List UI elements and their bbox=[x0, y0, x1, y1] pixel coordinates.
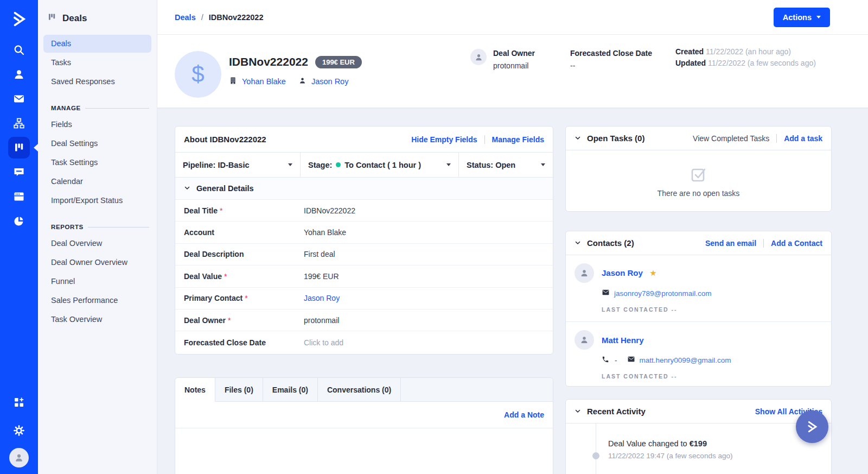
apps-add-icon[interactable] bbox=[8, 391, 30, 413]
field-row-deal-owner: Deal Owner* protonmail bbox=[175, 309, 553, 331]
deal-account-link[interactable]: Yohan Blake bbox=[242, 77, 286, 86]
view-completed-tasks-link[interactable]: View Completed Tasks bbox=[693, 134, 769, 143]
description-value[interactable]: First deal bbox=[304, 250, 335, 258]
sidebar-item-task-overview[interactable]: Task Overview bbox=[43, 311, 151, 328]
hide-empty-fields-link[interactable]: Hide Empty Fields bbox=[411, 135, 477, 144]
notes-tab-strip: Notes Files (0) Emails (0) Conversations… bbox=[175, 378, 553, 402]
caret-down-icon bbox=[541, 163, 545, 166]
caret-down-icon bbox=[446, 163, 451, 166]
primary-contact-value-link[interactable]: Jason Roy bbox=[304, 294, 340, 302]
sidebar-item-import-export[interactable]: Import/Export Status bbox=[43, 192, 151, 210]
send-email-link[interactable]: Send an email bbox=[705, 239, 756, 248]
required-marker: * bbox=[224, 272, 227, 281]
caret-down-icon bbox=[816, 16, 821, 18]
chevron-down-icon bbox=[184, 184, 190, 193]
settings-gear-icon[interactable] bbox=[8, 420, 30, 441]
deal-owner-field-value[interactable]: protonmail bbox=[304, 316, 339, 325]
deals-sidebar: Deals Deals Tasks Saved Responses MANAGE… bbox=[38, 0, 157, 474]
deal-currency-avatar: $ bbox=[175, 51, 221, 98]
notes-card: Notes Files (0) Emails (0) Conversations… bbox=[175, 377, 553, 474]
double-chevron-right-icon bbox=[805, 419, 820, 434]
activity-timeline: Deal Value changed to €199 11/22/2022 19… bbox=[566, 424, 831, 474]
about-deal-card: About IDBNov222022 Hide Empty Fields Man… bbox=[175, 126, 553, 355]
chevron-down-icon[interactable] bbox=[575, 407, 581, 416]
last-contacted: LAST CONTACTED -- bbox=[602, 306, 822, 313]
contacts-icon[interactable] bbox=[8, 64, 30, 85]
required-marker: * bbox=[220, 206, 222, 215]
tab-conversations[interactable]: Conversations (0) bbox=[318, 378, 401, 401]
contact-email-link[interactable]: matt.henry0099@gmail.com bbox=[640, 356, 731, 364]
account-value[interactable]: Yohan Blake bbox=[304, 228, 346, 237]
sidebar-item-saved-responses[interactable]: Saved Responses bbox=[43, 73, 151, 91]
building-icon bbox=[229, 77, 237, 86]
add-contact-link[interactable]: Add a Contact bbox=[771, 239, 822, 248]
deal-primary-contact-link[interactable]: Jason Roy bbox=[311, 77, 349, 86]
tab-files[interactable]: Files (0) bbox=[215, 378, 263, 401]
contact-item-jason-roy: Jason Roy ★ jasonroy789@protonmail.com L… bbox=[566, 255, 831, 322]
sidebar-item-tasks[interactable]: Tasks bbox=[43, 54, 151, 72]
app-rail bbox=[0, 0, 38, 474]
field-row-deal-value: Deal Value* 199€ EUR bbox=[175, 266, 553, 287]
email-icon bbox=[602, 288, 610, 298]
campaigns-email-icon[interactable] bbox=[8, 88, 30, 110]
breadcrumb-deals-link[interactable]: Deals bbox=[175, 13, 196, 22]
sidebar-item-calendar[interactable]: Calendar bbox=[43, 173, 151, 191]
sidebar-item-deals[interactable]: Deals bbox=[43, 35, 151, 53]
last-contacted: LAST CONTACTED -- bbox=[602, 373, 822, 380]
manage-fields-link[interactable]: Manage Fields bbox=[492, 135, 544, 144]
breadcrumb-current: IDBNov222022 bbox=[209, 13, 264, 22]
add-note-link[interactable]: Add a Note bbox=[504, 410, 544, 419]
add-note-row: Add a Note bbox=[175, 402, 553, 428]
field-row-primary-contact: Primary Contact* Jason Roy bbox=[175, 288, 553, 309]
recent-activity-title: Recent Activity bbox=[587, 407, 646, 416]
sidebar-item-task-settings[interactable]: Task Settings bbox=[43, 154, 151, 172]
sidebar-item-deal-overview[interactable]: Deal Overview bbox=[43, 235, 151, 252]
sidebar-item-fields[interactable]: Fields bbox=[43, 116, 151, 134]
reports-pie-icon[interactable] bbox=[8, 210, 30, 232]
deal-header: $ IDBNov222022 199€ EUR bbox=[157, 35, 868, 108]
chevron-down-icon[interactable] bbox=[575, 134, 581, 143]
activity-timestamp: 11/22/2022 19:47 (a few seconds ago) bbox=[608, 452, 732, 460]
contact-name-link[interactable]: Matt Henry bbox=[602, 336, 644, 345]
sidebar-item-sales-performance[interactable]: Sales Performance bbox=[43, 292, 151, 309]
phone-icon bbox=[602, 356, 609, 365]
field-row-forecasted-close: Forecasted Close Date Click to add bbox=[175, 331, 553, 353]
created-label: Created bbox=[675, 47, 704, 56]
conversations-icon[interactable] bbox=[8, 161, 30, 183]
activity-value: €199 bbox=[690, 439, 707, 448]
add-task-link[interactable]: Add a task bbox=[784, 134, 822, 143]
tab-notes[interactable]: Notes bbox=[175, 378, 215, 402]
sidebar-item-deal-owner-overview[interactable]: Deal Owner Overview bbox=[43, 254, 151, 271]
status-dropdown[interactable]: Status: Open bbox=[459, 153, 553, 177]
about-card-title: About IDBNov222022 bbox=[184, 135, 266, 144]
content-area: About IDBNov222022 Hide Empty Fields Man… bbox=[157, 108, 868, 474]
no-open-tasks-text: There are no open tasks bbox=[658, 189, 740, 198]
forecast-label: Forecasted Close Date bbox=[570, 49, 652, 58]
main-area: Deals / IDBNov222022 Actions $ IDBNov222… bbox=[157, 0, 868, 474]
search-icon[interactable] bbox=[8, 39, 30, 61]
sidebar-item-deal-settings[interactable]: Deal Settings bbox=[43, 135, 151, 153]
activity-item: Deal Value changed to €199 11/22/2022 19… bbox=[608, 439, 732, 460]
expand-panel-button[interactable] bbox=[796, 410, 828, 443]
contact-email-link[interactable]: jasonroy789@protonmail.com bbox=[614, 289, 712, 298]
automations-icon[interactable] bbox=[8, 112, 30, 134]
stage-dropdown[interactable]: Stage: To Contact ( 1 hour ) bbox=[301, 153, 459, 177]
actions-button[interactable]: Actions bbox=[774, 8, 830, 27]
deals-kanban-icon[interactable] bbox=[8, 137, 30, 159]
deal-title-value[interactable]: IDBNov222022 bbox=[304, 206, 355, 215]
email-icon bbox=[627, 355, 635, 365]
timeline-line bbox=[596, 424, 596, 474]
contact-name-link[interactable]: Jason Roy bbox=[602, 268, 643, 277]
chevron-down-icon[interactable] bbox=[575, 238, 581, 248]
deal-value-value[interactable]: 199€ EUR bbox=[304, 272, 339, 281]
activecampaign-logo-icon[interactable] bbox=[9, 5, 29, 33]
breadcrumb-separator: / bbox=[201, 13, 203, 22]
user-avatar[interactable] bbox=[9, 448, 29, 467]
pipeline-dropdown[interactable]: Pipeline: ID-Basic bbox=[175, 153, 301, 177]
general-details-toggle[interactable]: General Details bbox=[175, 178, 553, 200]
forms-icon[interactable] bbox=[8, 186, 30, 207]
sidebar-item-funnel[interactable]: Funnel bbox=[43, 273, 151, 290]
sidebar-title: Deals bbox=[38, 0, 157, 34]
tab-emails[interactable]: Emails (0) bbox=[263, 378, 318, 401]
forecasted-close-add[interactable]: Click to add bbox=[304, 338, 343, 347]
